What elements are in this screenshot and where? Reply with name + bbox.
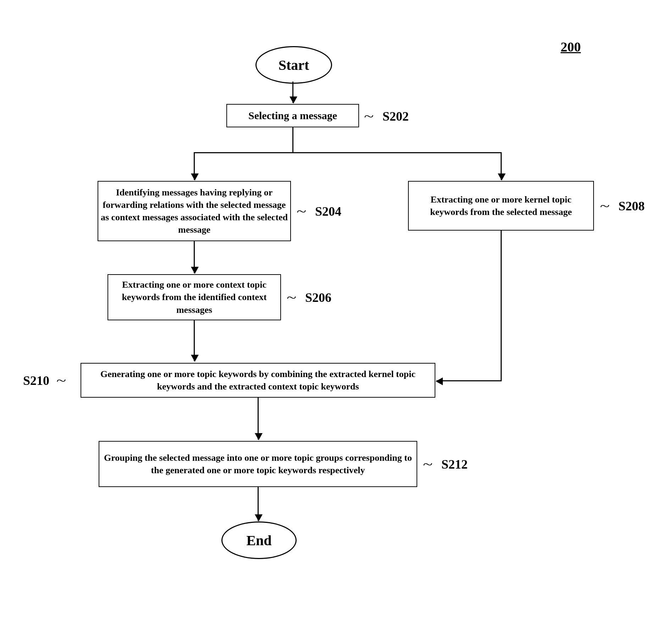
connector-line	[501, 231, 502, 381]
connector-tilde-icon: ~	[423, 457, 433, 472]
connector-tilde-icon: ~	[56, 373, 66, 388]
connector-line	[194, 152, 502, 153]
start-terminal: Start	[255, 46, 332, 84]
arrow-start-to-s202	[292, 82, 293, 103]
step-label-s210: S210	[23, 373, 49, 388]
arrow-s204-to-s206	[194, 241, 195, 273]
step-label-s208: S208	[618, 199, 645, 214]
connector-tilde-icon: ~	[297, 204, 306, 219]
step-s208: Extracting one or more kernel topic keyw…	[408, 181, 594, 231]
connector-line	[292, 127, 293, 152]
connector-tilde-icon: ~	[600, 199, 610, 214]
step-s202: Selecting a message	[226, 104, 359, 127]
step-label-s204: S204	[315, 204, 341, 219]
arrow-to-s204	[194, 152, 195, 180]
arrow-s206-to-s210	[194, 320, 195, 361]
step-s206: Extracting one or more context topic key…	[108, 274, 281, 320]
connector-tilde-icon: ~	[287, 290, 296, 305]
figure-label: 200	[561, 39, 581, 55]
arrow-s212-to-end	[258, 487, 259, 521]
end-terminal: End	[221, 521, 297, 559]
connector-tilde-icon: ~	[364, 109, 374, 124]
step-s204: Identifying messages having replying or …	[98, 181, 291, 241]
step-s210: Generating one or more topic keywords by…	[81, 363, 435, 398]
step-label-s212: S212	[441, 457, 468, 472]
arrow-s210-to-s212	[258, 398, 259, 440]
step-s212: Grouping the selected message into one o…	[99, 441, 417, 487]
step-label-s202: S202	[382, 109, 409, 124]
arrow-s208-to-s210	[436, 380, 502, 381]
step-label-s206: S206	[305, 290, 331, 305]
arrow-to-s208	[501, 152, 502, 180]
